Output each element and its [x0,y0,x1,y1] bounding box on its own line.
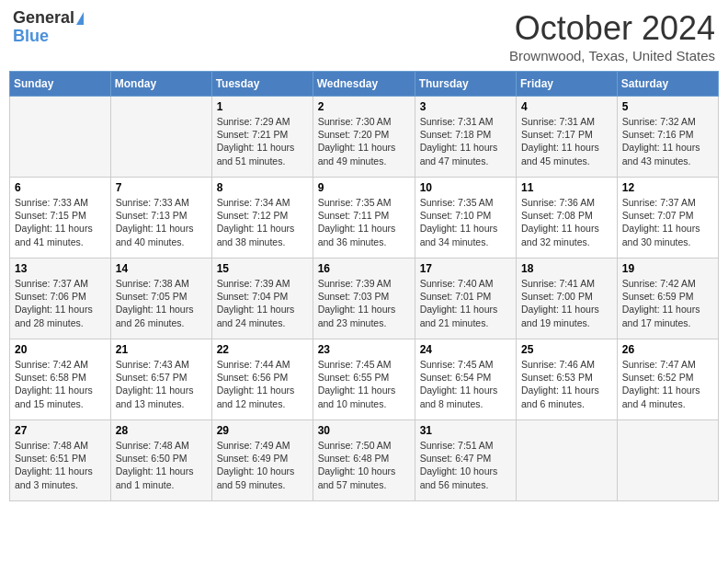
calendar-week-row: 27Sunrise: 7:48 AMSunset: 6:51 PMDayligh… [10,420,719,501]
calendar-day-cell [10,97,111,178]
calendar-header-row: SundayMondayTuesdayWednesdayThursdayFrid… [10,72,719,97]
day-detail: Sunrise: 7:48 AMSunset: 6:51 PMDaylight:… [15,439,106,491]
day-detail: Sunrise: 7:32 AMSunset: 7:16 PMDaylight:… [622,115,713,167]
day-detail: Sunrise: 7:35 AMSunset: 7:10 PMDaylight:… [420,196,511,248]
calendar-week-row: 6Sunrise: 7:33 AMSunset: 7:15 PMDaylight… [10,178,719,259]
calendar-day-cell: 27Sunrise: 7:48 AMSunset: 6:51 PMDayligh… [10,420,111,501]
day-detail: Sunrise: 7:40 AMSunset: 7:01 PMDaylight:… [420,277,511,329]
calendar-day-cell: 16Sunrise: 7:39 AMSunset: 7:03 PMDayligh… [313,259,415,339]
calendar-day-cell: 4Sunrise: 7:31 AMSunset: 7:17 PMDaylight… [517,97,618,178]
day-number: 7 [116,181,207,194]
calendar-day-cell: 20Sunrise: 7:42 AMSunset: 6:58 PMDayligh… [10,339,111,420]
calendar-day-cell: 30Sunrise: 7:50 AMSunset: 6:48 PMDayligh… [313,420,415,501]
calendar-day-cell: 19Sunrise: 7:42 AMSunset: 6:59 PMDayligh… [617,259,718,339]
day-detail: Sunrise: 7:50 AMSunset: 6:48 PMDaylight:… [318,439,410,491]
day-number: 19 [622,262,713,275]
day-number: 5 [622,100,713,113]
day-detail: Sunrise: 7:42 AMSunset: 6:58 PMDaylight:… [15,358,106,410]
calendar-day-cell: 17Sunrise: 7:40 AMSunset: 7:01 PMDayligh… [415,259,516,339]
day-number: 21 [116,343,207,356]
logo: General Blue [13,9,84,46]
day-number: 30 [318,424,410,437]
day-number: 13 [15,262,106,275]
calendar-day-cell: 31Sunrise: 7:51 AMSunset: 6:47 PMDayligh… [415,420,516,501]
calendar-day-cell: 24Sunrise: 7:45 AMSunset: 6:54 PMDayligh… [415,339,516,420]
month-title: October 2024 [509,9,715,48]
calendar-day-cell: 25Sunrise: 7:46 AMSunset: 6:53 PMDayligh… [517,339,618,420]
day-header-sunday: Sunday [10,72,111,97]
day-number: 18 [521,262,612,275]
calendar-day-cell: 2Sunrise: 7:30 AMSunset: 7:20 PMDaylight… [313,97,415,178]
calendar-week-row: 13Sunrise: 7:37 AMSunset: 7:06 PMDayligh… [10,259,719,339]
day-detail: Sunrise: 7:48 AMSunset: 6:50 PMDaylight:… [116,439,207,491]
day-number: 10 [420,181,511,194]
day-number: 22 [217,343,308,356]
calendar-day-cell: 6Sunrise: 7:33 AMSunset: 7:15 PMDaylight… [10,178,111,259]
day-header-wednesday: Wednesday [313,72,415,97]
title-block: October 2024 Brownwood, Texas, United St… [509,9,715,63]
day-number: 12 [622,181,713,194]
day-detail: Sunrise: 7:41 AMSunset: 7:00 PMDaylight:… [521,277,612,329]
calendar-day-cell: 7Sunrise: 7:33 AMSunset: 7:13 PMDaylight… [110,178,211,259]
day-number: 17 [420,262,511,275]
calendar-day-cell: 10Sunrise: 7:35 AMSunset: 7:10 PMDayligh… [415,178,516,259]
day-detail: Sunrise: 7:42 AMSunset: 6:59 PMDaylight:… [622,277,713,329]
calendar-day-cell: 14Sunrise: 7:38 AMSunset: 7:05 PMDayligh… [110,259,211,339]
day-number: 9 [318,181,410,194]
day-detail: Sunrise: 7:36 AMSunset: 7:08 PMDaylight:… [521,196,612,248]
day-detail: Sunrise: 7:29 AMSunset: 7:21 PMDaylight:… [217,115,308,167]
day-detail: Sunrise: 7:49 AMSunset: 6:49 PMDaylight:… [217,439,308,491]
calendar-day-cell: 11Sunrise: 7:36 AMSunset: 7:08 PMDayligh… [517,178,618,259]
calendar-day-cell: 21Sunrise: 7:43 AMSunset: 6:57 PMDayligh… [110,339,211,420]
calendar-day-cell: 26Sunrise: 7:47 AMSunset: 6:52 PMDayligh… [617,339,718,420]
day-number: 27 [15,424,106,437]
day-number: 29 [217,424,308,437]
day-detail: Sunrise: 7:47 AMSunset: 6:52 PMDaylight:… [622,358,713,410]
calendar-day-cell: 1Sunrise: 7:29 AMSunset: 7:21 PMDaylight… [211,97,313,178]
day-detail: Sunrise: 7:37 AMSunset: 7:07 PMDaylight:… [622,196,713,248]
day-header-friday: Friday [517,72,618,97]
calendar-day-cell: 3Sunrise: 7:31 AMSunset: 7:18 PMDaylight… [415,97,516,178]
day-detail: Sunrise: 7:45 AMSunset: 6:54 PMDaylight:… [420,358,511,410]
calendar-day-cell: 23Sunrise: 7:45 AMSunset: 6:55 PMDayligh… [313,339,415,420]
day-detail: Sunrise: 7:39 AMSunset: 7:04 PMDaylight:… [217,277,308,329]
day-detail: Sunrise: 7:51 AMSunset: 6:47 PMDaylight:… [420,439,511,491]
day-number: 20 [15,343,106,356]
calendar-day-cell: 28Sunrise: 7:48 AMSunset: 6:50 PMDayligh… [110,420,211,501]
calendar-day-cell [617,420,718,501]
day-number: 3 [420,100,511,113]
calendar-day-cell: 8Sunrise: 7:34 AMSunset: 7:12 PMDaylight… [211,178,313,259]
calendar-table: SundayMondayTuesdayWednesdayThursdayFrid… [9,71,719,501]
calendar-day-cell [517,420,618,501]
day-detail: Sunrise: 7:35 AMSunset: 7:11 PMDaylight:… [318,196,410,248]
day-number: 24 [420,343,511,356]
location-text: Brownwood, Texas, United States [509,48,715,63]
day-number: 1 [217,100,308,113]
calendar-day-cell [110,97,211,178]
calendar-day-cell: 12Sunrise: 7:37 AMSunset: 7:07 PMDayligh… [617,178,718,259]
day-header-thursday: Thursday [415,72,516,97]
day-detail: Sunrise: 7:45 AMSunset: 6:55 PMDaylight:… [318,358,410,410]
day-detail: Sunrise: 7:30 AMSunset: 7:20 PMDaylight:… [318,115,410,167]
day-detail: Sunrise: 7:46 AMSunset: 6:53 PMDaylight:… [521,358,612,410]
calendar-week-row: 20Sunrise: 7:42 AMSunset: 6:58 PMDayligh… [10,339,719,420]
logo-general-text: General [13,9,74,28]
day-header-tuesday: Tuesday [211,72,313,97]
day-detail: Sunrise: 7:34 AMSunset: 7:12 PMDaylight:… [217,196,308,248]
logo-triangle-icon [76,12,84,25]
day-number: 16 [318,262,410,275]
day-number: 25 [521,343,612,356]
calendar-day-cell: 29Sunrise: 7:49 AMSunset: 6:49 PMDayligh… [211,420,313,501]
calendar-day-cell: 9Sunrise: 7:35 AMSunset: 7:11 PMDaylight… [313,178,415,259]
day-detail: Sunrise: 7:44 AMSunset: 6:56 PMDaylight:… [217,358,308,410]
day-header-saturday: Saturday [617,72,718,97]
day-number: 15 [217,262,308,275]
day-detail: Sunrise: 7:31 AMSunset: 7:17 PMDaylight:… [521,115,612,167]
day-detail: Sunrise: 7:38 AMSunset: 7:05 PMDaylight:… [116,277,207,329]
day-number: 2 [318,100,410,113]
day-number: 28 [116,424,207,437]
day-detail: Sunrise: 7:39 AMSunset: 7:03 PMDaylight:… [318,277,410,329]
calendar-day-cell: 13Sunrise: 7:37 AMSunset: 7:06 PMDayligh… [10,259,111,339]
day-number: 26 [622,343,713,356]
day-detail: Sunrise: 7:31 AMSunset: 7:18 PMDaylight:… [420,115,511,167]
